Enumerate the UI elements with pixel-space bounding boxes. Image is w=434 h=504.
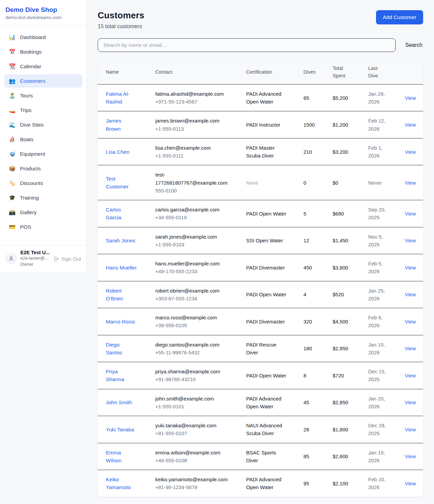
cell-total-spent: $3,800 <box>329 254 364 281</box>
customer-email: robert.obrien@example.com <box>155 287 219 295</box>
customer-name-link[interactable]: Carlos Garcia <box>106 206 137 222</box>
cell-last-dive: Feb 5, 2026 <box>364 254 401 281</box>
customer-name-link[interactable]: James Brown <box>106 117 137 133</box>
cell-total-spent: $2,950 <box>329 335 364 362</box>
customer-email: john.smith@example.com <box>155 395 214 403</box>
customer-name-link[interactable]: Emma Wilson <box>106 449 137 465</box>
column-header-name: Name <box>98 60 151 84</box>
shop-name[interactable]: Demo Dive Shop <box>5 6 81 14</box>
view-customer-link[interactable]: View <box>405 149 416 155</box>
view-customer-link[interactable]: View <box>405 427 416 432</box>
customer-name-link[interactable]: Hans Mueller <box>106 264 137 272</box>
sidebar-item-pos[interactable]: 💳POS <box>4 220 82 234</box>
cell-dives: 450 <box>299 254 329 281</box>
cell-name: Diego Santos <box>98 335 151 362</box>
customer-name-link[interactable]: Sarah Jones <box>106 237 135 244</box>
cell-dives: 210 <box>299 138 329 165</box>
add-customer-button[interactable]: Add Customer <box>376 10 423 24</box>
sidebar-item-equipment[interactable]: 🤿Equipment <box>4 147 82 161</box>
sidebar-item-products[interactable]: 📦Products <box>4 162 82 175</box>
view-customer-link[interactable]: View <box>405 292 416 297</box>
sidebar-item-calendar[interactable]: 📆Calendar <box>4 60 82 73</box>
sidebar-item-boats[interactable]: ⛵Boats <box>4 133 82 146</box>
customer-name-link[interactable]: Marco Rossi <box>106 318 135 325</box>
sign-out-icon <box>53 256 59 262</box>
customer-name-link[interactable]: Yuki Tanaka <box>106 426 134 433</box>
customer-name-link[interactable]: Test Customer <box>106 175 137 191</box>
sidebar-item-bookings[interactable]: 📅Bookings <box>4 45 82 58</box>
cell-contact: robert.obrien@example.com+353-87-555-123… <box>151 281 242 308</box>
view-customer-link[interactable]: View <box>405 453 416 459</box>
sidebar-item-gallery[interactable]: 📸Gallery <box>4 206 82 219</box>
cell-contact: yuki.tanaka@example.com+81-555-0107 <box>151 416 242 443</box>
user-meta: E2E Test U... e2e-tester@... Owner <box>20 250 50 267</box>
view-customer-link[interactable]: View <box>405 481 416 486</box>
cell-certification: NAUI Advanced Scuba Diver <box>242 416 299 443</box>
sidebar-item-label: Dive Sites <box>20 122 44 128</box>
view-customer-link[interactable]: View <box>405 265 416 270</box>
column-header-label: Dives <box>303 69 316 75</box>
table-row: Carlos Garciacarlos.garcia@example.com+3… <box>98 200 423 227</box>
sign-out-button[interactable]: Sign Out <box>53 256 81 262</box>
customer-name-link[interactable]: John Smith <box>106 398 132 406</box>
customer-phone: +39-555-0105 <box>155 321 238 329</box>
customer-certification: PADI Open Water <box>246 291 286 298</box>
customer-name-link[interactable]: Lisa Chen <box>106 148 130 156</box>
cell-name: Carlos Garcia <box>98 200 151 227</box>
view-customer-link[interactable]: View <box>405 373 416 378</box>
view-customer-link[interactable]: View <box>405 399 416 405</box>
table-row: Diego Santosdiego.santos@example.com+55-… <box>98 335 423 362</box>
cell-dives: 28 <box>299 416 329 443</box>
cell-name: Fatima Al-Rashid <box>98 84 151 111</box>
cell-name: Yuki Tanaka <box>98 416 151 443</box>
cell-action: View <box>401 138 423 165</box>
cell-name: Marco Rossi <box>98 308 151 335</box>
sidebar-item-trips[interactable]: 🚤Trips <box>4 104 82 117</box>
customer-name-link[interactable]: Robert O'Brien <box>106 287 137 303</box>
sidebar-item-dashboard[interactable]: 📊Dashboard <box>4 31 82 44</box>
view-customer-link[interactable]: View <box>405 346 416 351</box>
cell-contact: james.brown@example.com+1-555-0113 <box>151 111 242 138</box>
cell-certification: PADI Open Water <box>242 200 299 227</box>
products-icon: 📦 <box>9 165 16 172</box>
sidebar-item-tours[interactable]: 🏝️Tours <box>4 89 82 102</box>
cell-last-dive: Feb 10, 2026 <box>364 470 401 497</box>
bookings-icon: 📅 <box>9 49 16 55</box>
customer-last-dive: Nov 5, 2025 <box>368 233 389 249</box>
cell-dives: 5 <box>299 200 329 227</box>
search-button[interactable]: Search <box>405 41 423 50</box>
search-input[interactable] <box>98 38 396 52</box>
column-header-last-dive: Last Dive <box>364 60 401 84</box>
sidebar-header: Demo Dive Shop demo.test.divestreams.com <box>0 0 86 26</box>
customer-last-dive: Feb 10, 2026 <box>368 475 389 491</box>
view-customer-link[interactable]: View <box>405 319 416 324</box>
view-customer-link[interactable]: View <box>405 238 416 243</box>
view-customer-link[interactable]: View <box>405 211 416 217</box>
customer-name-link[interactable]: Fatima Al-Rashid <box>106 90 137 106</box>
user-role: Owner <box>20 262 50 267</box>
cell-total-spent: $5,200 <box>329 84 364 111</box>
sidebar-item-customers[interactable]: 👥Customers <box>4 74 82 88</box>
view-customer-link[interactable]: View <box>405 95 416 101</box>
sidebar-item-dive-sites[interactable]: 🌊Dive Sites <box>4 118 82 131</box>
sidebar-item-training[interactable]: 🎓Training <box>4 191 82 204</box>
table-header-row: NameContactCertificationDivesTotal Spent… <box>98 60 423 84</box>
cell-certification: PADI Divemaster <box>242 254 299 281</box>
calendar-icon: 📆 <box>9 63 16 70</box>
sidebar-item-discounts[interactable]: 🏷️Discounts <box>4 176 82 190</box>
customer-email: yuki.tanaka@example.com <box>155 422 216 429</box>
customer-last-dive: Feb 5, 2026 <box>368 260 389 276</box>
cell-total-spent: $3,200 <box>329 138 364 165</box>
cell-contact: sarah.jones@example.com+1-555-0103 <box>151 227 242 254</box>
customer-name-link[interactable]: Priya Sharma <box>106 368 137 384</box>
customer-phone: +1-555-0111 <box>155 152 238 160</box>
customer-phone: +91-98765-43210 <box>155 375 238 383</box>
view-customer-link[interactable]: View <box>405 180 416 186</box>
customer-name-link[interactable]: Keiko Yamamoto <box>106 475 137 491</box>
customer-phone: +353-87-555-1234 <box>155 295 238 302</box>
customer-name-link[interactable]: Diego Santos <box>106 341 137 357</box>
view-customer-link[interactable]: View <box>405 122 416 128</box>
customer-certification: PADI Divemaster <box>246 318 285 325</box>
cell-total-spent: $680 <box>329 200 364 227</box>
customer-phone: +81-555-0107 <box>155 429 238 437</box>
